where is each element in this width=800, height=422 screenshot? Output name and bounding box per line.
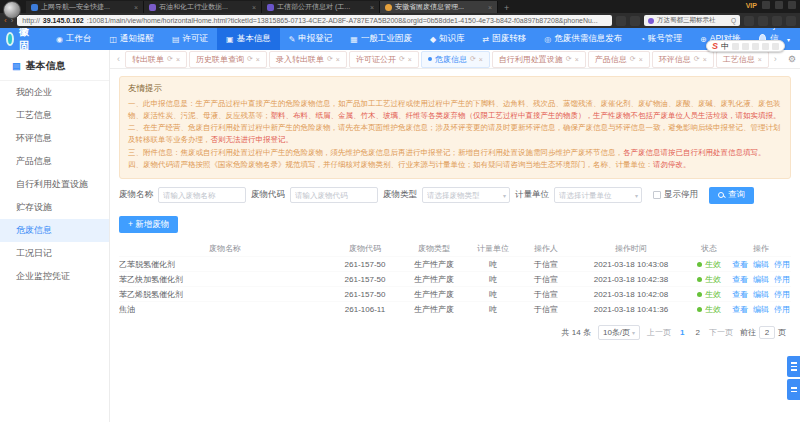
browser-tab-2[interactable]: 石油和化工行业数据... × <box>144 1 262 13</box>
sidebar-item-storage[interactable]: 贮存设施 <box>0 196 109 219</box>
nav-item-supply-demand[interactable]: ◎危废供需信息发布 <box>535 28 631 50</box>
close-tab-icon[interactable]: × <box>134 4 138 11</box>
toolbar-icon[interactable] <box>762 43 769 50</box>
close-tab-icon[interactable]: × <box>488 4 492 11</box>
refresh-tab-icon[interactable]: ⟳ <box>167 55 173 63</box>
disable-link[interactable]: 停用 <box>774 289 790 300</box>
browser-tab-4-active[interactable]: 安徽省固废信息管理... × <box>380 1 498 13</box>
nav-item-notifications[interactable]: ◫通知提醒 <box>100 28 163 50</box>
page-tab-process-info[interactable]: 工艺信息× <box>716 51 769 68</box>
page-tab-transfer-manifest[interactable]: 转出联单⟳× <box>125 51 187 68</box>
add-waste-button[interactable]: + 新增废物 <box>119 216 178 233</box>
nav-item-knowledge-base[interactable]: ◆知识库 <box>421 28 474 50</box>
close-tab-icon[interactable]: × <box>256 56 260 63</box>
browser-search-box[interactable]: 万达蜀都三期标示社 Q <box>644 15 740 26</box>
browser-logo-icon[interactable] <box>3 1 21 19</box>
nav-item-general-waste[interactable]: ▦一般工业固废 <box>341 28 421 50</box>
waste-name-input[interactable] <box>158 187 246 203</box>
unit-select[interactable]: ▾ <box>554 187 642 203</box>
close-tab-icon[interactable]: × <box>639 56 643 63</box>
close-tab-icon[interactable]: × <box>703 56 707 63</box>
browser-tab-1[interactable]: 上网导航—安全快捷... × <box>26 1 144 13</box>
page-tab-self-disposal[interactable]: 自行利用处置设施⟳× <box>492 51 586 68</box>
toolbar-icon[interactable] <box>772 43 779 50</box>
menu-icon[interactable] <box>786 16 796 26</box>
close-tab-icon[interactable]: × <box>758 56 762 63</box>
toolbar-icon[interactable] <box>752 43 759 50</box>
nav-item-declaration[interactable]: ✎申报登记 <box>280 28 342 50</box>
close-tab-icon[interactable]: × <box>336 56 340 63</box>
search-button[interactable]: 查询 <box>709 187 754 204</box>
refresh-tab-icon[interactable]: ⟳ <box>247 55 253 63</box>
sidebar-item-hazwaste-info[interactable]: 危废信息 <box>0 219 109 242</box>
refresh-icon[interactable] <box>630 16 640 26</box>
refresh-tab-icon[interactable]: ⟳ <box>327 55 333 63</box>
nav-item-account[interactable]: ◔账号管理 <box>631 28 691 50</box>
sidebar-item-eia-info[interactable]: 环评信息 <box>0 127 109 150</box>
refresh-tab-icon[interactable]: ⟳ <box>566 55 572 63</box>
tabs-scroll-left-icon[interactable]: ‹ <box>114 54 123 64</box>
search-icon[interactable]: Q <box>731 17 736 24</box>
close-tab-icon[interactable]: × <box>252 4 256 11</box>
refresh-tab-icon[interactable]: ⟳ <box>470 55 476 63</box>
view-link[interactable]: 查看 <box>732 259 748 270</box>
vip-badge[interactable]: VIP <box>746 2 757 9</box>
service-widget-button[interactable] <box>787 379 800 400</box>
show-disabled-checkbox[interactable]: 显示停用 <box>653 189 698 201</box>
unit-select-input[interactable] <box>554 187 642 203</box>
close-tab-icon[interactable]: × <box>370 4 374 11</box>
downloads-icon[interactable] <box>744 16 754 26</box>
close-tab-icon[interactable]: × <box>575 56 579 63</box>
bookmark-icon[interactable] <box>616 16 626 26</box>
nav-item-waste-transfer[interactable]: ⇄固废转移 <box>474 28 536 50</box>
nav-item-workbench[interactable]: ◉工作台 <box>47 28 100 50</box>
page-tab-product-info[interactable]: 产品信息⟳× <box>588 51 650 68</box>
waste-type-select[interactable]: ▾ <box>422 187 510 203</box>
new-tab-button[interactable]: + <box>498 3 515 13</box>
nav-item-license[interactable]: ▤许可证 <box>163 28 217 50</box>
refresh-tab-icon[interactable]: ⟳ <box>630 55 636 63</box>
sidebar-item-self-disposal[interactable]: 自行利用处置设施 <box>0 173 109 196</box>
tabs-settings-gear-icon[interactable]: ⚙ <box>788 54 796 64</box>
edit-link[interactable]: 编辑 <box>753 274 769 285</box>
sidebar-item-product-info[interactable]: 产品信息 <box>0 150 109 173</box>
close-tab-icon[interactable]: × <box>176 56 180 63</box>
close-tab-icon[interactable]: × <box>479 56 483 63</box>
page-tab-manifest-history[interactable]: 历史联单查询⟳× <box>189 51 267 68</box>
address-input[interactable]: http://39.145.0.162:10081/main/view/home… <box>17 15 612 26</box>
sogou-input-toolbar[interactable]: S 中 <box>706 40 785 52</box>
close-window-button[interactable] <box>788 1 796 9</box>
sidebar-item-my-enterprise[interactable]: 我的企业 <box>0 81 109 104</box>
refresh-tab-icon[interactable]: ⟳ <box>399 55 405 63</box>
page-tab-manifest-entry[interactable]: 录入转出联单⟳× <box>269 51 347 68</box>
disable-link[interactable]: 停用 <box>774 259 790 270</box>
minimize-button[interactable] <box>762 1 770 9</box>
tabs-scroll-right-icon[interactable]: › <box>771 54 780 64</box>
page-number-2[interactable]: 2 <box>694 328 702 337</box>
toolbar-icon[interactable] <box>742 43 749 50</box>
browser-tab-3[interactable]: 工信部公开信息对 (工... × <box>262 1 380 13</box>
waste-type-select-input[interactable] <box>422 187 510 203</box>
view-link[interactable]: 查看 <box>732 274 748 285</box>
maximize-button[interactable] <box>775 1 783 9</box>
sidebar-item-work-log[interactable]: 工况日记 <box>0 242 109 265</box>
prev-page-button[interactable]: 上一页 <box>647 327 671 338</box>
nav-item-basic-info[interactable]: ▣基本信息 <box>217 28 280 50</box>
close-tab-icon[interactable]: × <box>408 56 412 63</box>
edit-link[interactable]: 编辑 <box>753 289 769 300</box>
edit-link[interactable]: 编辑 <box>753 259 769 270</box>
sidebar-item-process-info[interactable]: 工艺信息 <box>0 104 109 127</box>
sidebar-item-monitor-cert[interactable]: 企业监控凭证 <box>0 265 109 288</box>
waste-code-input[interactable] <box>290 187 378 203</box>
page-size-select[interactable]: 10条/页 ▾ <box>598 325 640 340</box>
disable-link[interactable]: 停用 <box>774 304 790 315</box>
goto-page-input[interactable] <box>759 326 775 339</box>
page-number-1[interactable]: 1 <box>678 328 686 337</box>
edit-link[interactable]: 编辑 <box>753 304 769 315</box>
disable-link[interactable]: 停用 <box>774 274 790 285</box>
next-page-button[interactable]: 下一页 <box>709 327 733 338</box>
favorites-icon[interactable] <box>758 16 768 26</box>
view-link[interactable]: 查看 <box>732 289 748 300</box>
checkbox-icon[interactable] <box>653 191 661 199</box>
page-tab-eia-info[interactable]: 环评信息⟳× <box>652 51 714 68</box>
